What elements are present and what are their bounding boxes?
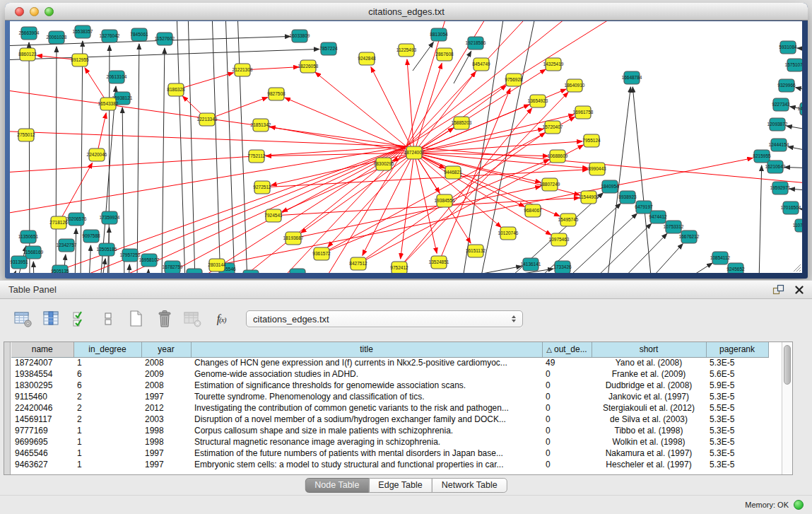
- scrollbar-thumb[interactable]: [784, 345, 791, 385]
- graph-edge[interactable]: [789, 189, 802, 191]
- graph-node-label: 9245652: [726, 267, 745, 271]
- graph-edge[interactable]: [788, 146, 802, 152]
- graph-edge[interactable]: [225, 21, 235, 273]
- graph-edge[interactable]: [10, 146, 406, 216]
- graph-node-label: 9684067: [524, 208, 542, 213]
- table-toolbar: f(x) citations_edges.txt: [0, 299, 812, 334]
- graph-node-label: 18226058: [298, 64, 319, 69]
- graph-edge[interactable]: [371, 67, 414, 153]
- network-canvas[interactable]: 2566390420061028155383571327604278450611…: [10, 21, 802, 273]
- graph-edge[interactable]: [177, 21, 185, 273]
- status-bar: Memory: OK: [0, 495, 812, 514]
- zoom-window-button[interactable]: [45, 7, 54, 16]
- graph-node-label: 2718126: [49, 220, 68, 225]
- graph-edge[interactable]: [137, 44, 139, 273]
- graph-edge[interactable]: [534, 204, 620, 273]
- cell-year: 2012: [141, 402, 191, 414]
- graph-node[interactable]: [243, 270, 259, 273]
- table-row[interactable]: 977716911998Corpus callosum shape and si…: [11, 425, 768, 436]
- graph-edge[interactable]: [414, 153, 551, 235]
- cell-year: 2009: [141, 368, 191, 380]
- cell-name: 9699695: [11, 436, 73, 448]
- resize-grip-icon[interactable]: [792, 262, 801, 272]
- tab-edge-table[interactable]: Edge Table: [368, 478, 432, 493]
- table-settings-icon[interactable]: [13, 308, 34, 329]
- graph-edge[interactable]: [148, 269, 148, 273]
- graph-edge[interactable]: [619, 233, 667, 273]
- column-header-pagerank[interactable]: pagerank: [706, 342, 768, 357]
- graph-edge[interactable]: [681, 263, 712, 273]
- table-row[interactable]: 1872400712008Changes of HCN gene express…: [11, 357, 768, 368]
- column-header-name[interactable]: name: [11, 342, 73, 357]
- graph-node-label: 2803144: [208, 262, 226, 267]
- table-select-dropdown[interactable]: citations_edges.txt: [246, 310, 523, 327]
- graph-edge[interactable]: [10, 146, 406, 173]
- tab-network-table[interactable]: Network Table: [432, 478, 507, 493]
- graph-edge[interactable]: [401, 153, 414, 259]
- select-column-icon[interactable]: [41, 308, 62, 329]
- graph-edge[interactable]: [188, 21, 195, 273]
- graph-edge[interactable]: [33, 262, 34, 273]
- row-height-icon[interactable]: [98, 308, 119, 329]
- cell-short: Franke et al. (2009): [592, 368, 706, 380]
- graph-edge[interactable]: [414, 69, 546, 153]
- cell-name: 19384554: [11, 368, 73, 380]
- minimize-window-button[interactable]: [30, 7, 39, 16]
- table-vertical-scrollbar[interactable]: [782, 342, 792, 474]
- graph-edge[interactable]: [328, 153, 414, 247]
- graph-edge[interactable]: [322, 160, 549, 254]
- graph-node-label: 8215955: [753, 153, 771, 158]
- table-row[interactable]: 1830029562008Estimation of significance …: [11, 380, 768, 391]
- graph-edge[interactable]: [759, 165, 762, 273]
- column-header-title[interactable]: title: [191, 342, 542, 357]
- graph-edge[interactable]: [237, 21, 247, 273]
- table-row[interactable]: 946362711997Embryonic stem cells: a mode…: [11, 459, 768, 470]
- graph-edge[interactable]: [162, 48, 165, 273]
- column-header-out_degree[interactable]: △out_de...: [542, 342, 592, 357]
- graph-edge[interactable]: [10, 131, 406, 146]
- graph-edge[interactable]: [75, 228, 76, 273]
- graph-node-label: 7845061: [130, 32, 148, 37]
- table-row[interactable]: 946554611997Estimation of the future num…: [11, 448, 768, 459]
- close-window-button[interactable]: [15, 7, 24, 16]
- select-rows-icon[interactable]: [69, 308, 90, 329]
- graph-edge[interactable]: [322, 117, 575, 254]
- function-builder-icon[interactable]: f(x): [211, 308, 232, 329]
- table-row[interactable]: 1456911722003Disruption of a novel membe…: [11, 414, 768, 425]
- column-header-short[interactable]: short: [592, 342, 706, 357]
- table-row[interactable]: 969969511998Structural magnetic resonanc…: [11, 436, 768, 448]
- graph-node-label: 25663904: [19, 30, 40, 35]
- table-row[interactable]: 1938455462009Genome-wide association stu…: [11, 368, 768, 380]
- graph-node-label: 8938923: [618, 194, 637, 199]
- graph-edge[interactable]: [787, 126, 802, 131]
- network-graph[interactable]: 2566390420061028155383571327604278450611…: [10, 21, 802, 273]
- graph-node-label: 7955124: [582, 138, 601, 143]
- graph-edge[interactable]: [796, 88, 802, 92]
- graph-edge[interactable]: [301, 153, 414, 233]
- network-window-titlebar[interactable]: citations_edges.txt: [5, 3, 808, 21]
- graph-node-label: 10753312: [664, 224, 684, 229]
- column-header-in_degree[interactable]: in_degree: [73, 342, 141, 357]
- table-row[interactable]: 2242004622012Investigating the contribut…: [11, 402, 768, 414]
- tab-node-table[interactable]: Node Table: [305, 478, 369, 493]
- graph-edge[interactable]: [466, 269, 553, 273]
- network-window[interactable]: citations_edges.txt 25663904200610281553…: [5, 3, 808, 279]
- new-table-icon[interactable]: [126, 308, 147, 329]
- table-row[interactable]: 911546021997Tourette syndrome. Phenomeno…: [11, 391, 768, 402]
- graph-edge[interactable]: [11, 271, 16, 273]
- graph-edge[interactable]: [56, 47, 57, 273]
- close-panel-icon[interactable]: [795, 286, 804, 294]
- cell-out_degree: 0: [542, 391, 592, 402]
- graph-edge[interactable]: [122, 107, 124, 273]
- graph-node-label: 16648784: [622, 75, 642, 80]
- graph-edge[interactable]: [413, 42, 433, 71]
- cell-name: 9115460: [11, 391, 73, 402]
- graph-edge[interactable]: [434, 266, 522, 273]
- graph-edge[interactable]: [797, 48, 802, 49]
- delete-table-icon[interactable]: [154, 308, 175, 329]
- float-panel-icon[interactable]: [772, 284, 784, 295]
- graph-edge[interactable]: [414, 153, 437, 253]
- graph-edge[interactable]: [784, 167, 802, 168]
- column-header-year[interactable]: year: [141, 342, 191, 357]
- graph-edge[interactable]: [129, 264, 129, 273]
